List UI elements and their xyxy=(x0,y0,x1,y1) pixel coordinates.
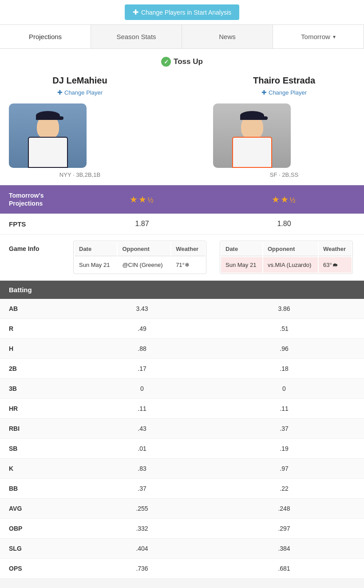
stat-row: HR .11 .11 xyxy=(0,399,364,419)
tab-news[interactable]: News xyxy=(182,25,273,48)
toss-up-section: ✓ Toss Up xyxy=(0,49,364,75)
stat-val-p1: .49 xyxy=(71,325,213,332)
col-date: Date xyxy=(75,242,117,256)
stat-label: RBI xyxy=(9,425,71,432)
plus-icon: ✚ xyxy=(133,8,138,16)
col-date-p2: Date xyxy=(221,242,262,256)
player2-change-link[interactable]: ✚ Change Player xyxy=(261,89,307,96)
batting-stats: AB 3.43 3.86 R .49 .51 H .88 .96 2B .17 … xyxy=(0,299,364,579)
tabs-bar: Projections Season Stats News Tomorrow ▾ xyxy=(0,25,364,49)
change-players-button[interactable]: ✚ Change Players in Start Analysis xyxy=(125,4,239,20)
player2-stars: ★★½ xyxy=(213,194,355,205)
stat-val-p2: 0 xyxy=(213,385,355,392)
player1-cap xyxy=(36,111,60,120)
player2-stars-value: ★★½ xyxy=(272,195,296,204)
stat-row: SB .01 .19 xyxy=(0,439,364,459)
stat-row: AB 3.43 3.86 xyxy=(0,299,364,319)
player2-name: Thairo Estrada xyxy=(218,75,351,86)
player1-image-col: NYY · 3B,2B,1B xyxy=(9,103,151,178)
stat-val-p2: .297 xyxy=(213,525,355,532)
stat-val-p1: .255 xyxy=(71,505,213,512)
toss-up-badge: ✓ Toss Up xyxy=(161,57,203,67)
player2-position: SF · 2B,SS xyxy=(213,171,355,178)
stat-label: AB xyxy=(9,305,71,312)
stat-label: SLG xyxy=(9,545,71,552)
stat-val-p2: .51 xyxy=(213,325,355,332)
stat-val-p2: .248 xyxy=(213,505,355,512)
stat-label: R xyxy=(9,325,71,332)
player2-image xyxy=(213,103,291,168)
stat-row: K .83 .97 xyxy=(0,459,364,479)
p2-game-date: Sun May 21 xyxy=(221,257,262,273)
player2-header: Thairo Estrada ✚ Change Player xyxy=(213,75,355,96)
players-header: DJ LeMahieu ✚ Change Player Thairo Estra… xyxy=(0,75,364,96)
chevron-down-icon: ▾ xyxy=(333,34,336,40)
stat-row: SLG .404 .384 xyxy=(0,539,364,559)
player1-change-label: Change Player xyxy=(64,89,103,96)
plus-icon-p1: ✚ xyxy=(57,89,63,96)
tab-season-stats[interactable]: Season Stats xyxy=(91,25,182,48)
game-table-player2: Date Opponent Weather Sun May 21 vs.MIA … xyxy=(218,241,355,274)
player1-stars-value: ★★½ xyxy=(130,195,154,204)
fpts-player2: 1.80 xyxy=(213,220,355,228)
stat-label: AVG xyxy=(9,505,71,512)
player1-change-link[interactable]: ✚ Change Player xyxy=(57,89,103,96)
tab-projections[interactable]: Projections xyxy=(0,25,91,48)
game-info-label: Game Info xyxy=(9,241,71,252)
player2-image-col: SF · 2B,SS xyxy=(213,103,355,178)
plus-icon-p2: ✚ xyxy=(261,89,267,96)
player2-body xyxy=(232,137,272,168)
stat-label: BB xyxy=(9,485,71,492)
player2-change-label: Change Player xyxy=(269,89,307,96)
stat-val-p1: .11 xyxy=(71,405,213,412)
main-content: ✓ Toss Up DJ LeMahieu ✚ Change Player Th… xyxy=(0,49,364,579)
player2-head xyxy=(241,115,263,139)
stat-val-p1: .88 xyxy=(71,345,213,352)
stat-val-p2: .37 xyxy=(213,425,355,432)
player1-name: DJ LeMahieu xyxy=(13,75,146,86)
fpts-row: FPTS 1.87 1.80 xyxy=(0,214,364,234)
game-table-p2: Date Opponent Weather Sun May 21 vs.MIA … xyxy=(220,241,353,274)
projections-label: Tomorrow'sProjections xyxy=(9,191,71,207)
stat-val-p2: .681 xyxy=(213,565,355,572)
tab-tomorrow[interactable]: Tomorrow ▾ xyxy=(273,25,364,48)
stat-label: H xyxy=(9,345,71,352)
fpts-label: FPTS xyxy=(9,220,71,228)
stat-row: RBI .43 .37 xyxy=(0,419,364,439)
tab-projections-label: Projections xyxy=(29,33,62,40)
stat-val-p2: .97 xyxy=(213,465,355,472)
stat-val-p1: .332 xyxy=(71,525,213,532)
projections-row: Tomorrow'sProjections ★★½ ★★½ xyxy=(0,185,364,214)
stat-label: K xyxy=(9,465,71,472)
stat-val-p1: .37 xyxy=(71,485,213,492)
stat-row: AVG .255 .248 xyxy=(0,499,364,519)
stat-label: HR xyxy=(9,405,71,412)
stat-val-p2: 3.86 xyxy=(213,305,355,312)
col-opponent-p2: Opponent xyxy=(263,242,318,256)
stat-row: OPS .736 .681 xyxy=(0,559,364,579)
stat-val-p1: .83 xyxy=(71,465,213,472)
stat-label: SB xyxy=(9,445,71,452)
p2-game-weather: 63°🌧 xyxy=(319,257,352,273)
player2-cap xyxy=(240,111,264,120)
p1-game-opponent: @CIN (Greene) xyxy=(118,257,170,273)
player1-position: NYY · 3B,2B,1B xyxy=(9,171,151,178)
player1-head xyxy=(37,115,59,139)
stat-val-p1: .01 xyxy=(71,445,213,452)
stat-val-p1: .43 xyxy=(71,425,213,432)
stat-row: 3B 0 0 xyxy=(0,379,364,399)
stat-val-p1: .736 xyxy=(71,565,213,572)
stat-val-p2: .11 xyxy=(213,405,355,412)
col-opponent: Opponent xyxy=(118,242,170,256)
stat-row: OBP .332 .297 xyxy=(0,519,364,539)
player1-body xyxy=(28,137,68,168)
stat-val-p2: .18 xyxy=(213,365,355,372)
tab-tomorrow-label: Tomorrow xyxy=(301,33,330,40)
p2-game-opponent: vs.MIA (Luzardo) xyxy=(263,257,318,273)
stat-label: 2B xyxy=(9,365,71,372)
stat-label: OPS xyxy=(9,565,71,572)
top-bar: ✚ Change Players in Start Analysis xyxy=(0,0,364,25)
stat-val-p2: .22 xyxy=(213,485,355,492)
stat-val-p1: 0 xyxy=(71,385,213,392)
game-table-player1: Date Opponent Weather Sun May 21 @CIN (G… xyxy=(71,241,209,274)
